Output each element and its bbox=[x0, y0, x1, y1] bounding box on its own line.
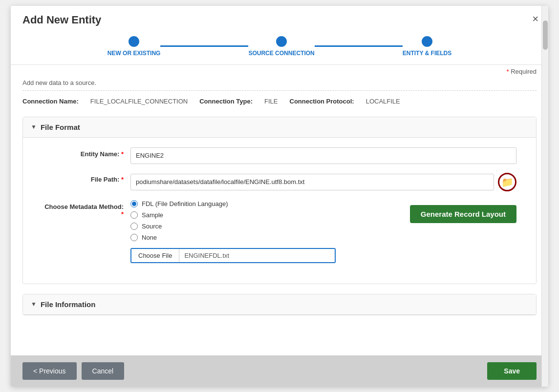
dialog-footer: < Previous Cancel Save bbox=[11, 355, 548, 387]
file-path-row: File Path: * 📁 bbox=[43, 173, 516, 191]
choose-file-button[interactable]: Choose File bbox=[131, 249, 179, 262]
conn-type-value: FILE bbox=[264, 98, 278, 105]
step-2-label: SOURCE CONNECTION bbox=[248, 50, 314, 57]
radio-source-label[interactable]: Source bbox=[142, 223, 162, 230]
conn-name-label: Connection Name: bbox=[22, 98, 79, 105]
file-path-input-row: 📁 bbox=[130, 173, 516, 191]
file-information-header[interactable]: ▼ File Information bbox=[23, 294, 536, 315]
step-1-circle bbox=[129, 36, 139, 47]
radio-none-label[interactable]: None bbox=[142, 234, 157, 241]
metadata-radio-area: FDL (File Definition Language) Sample So… bbox=[130, 200, 516, 263]
scrollbar[interactable] bbox=[541, 6, 548, 387]
dialog-header: Add New Entity × NEW OR EXISTING SOURCE … bbox=[11, 6, 548, 65]
stepper-line-1 bbox=[160, 45, 248, 47]
required-star: * bbox=[507, 68, 509, 75]
choose-file-text: ENGINEFDL.txt bbox=[179, 249, 335, 262]
radio-fdl-label[interactable]: FDL (File Definition Language) bbox=[142, 200, 228, 207]
stepper: NEW OR EXISTING SOURCE CONNECTION ENTITY… bbox=[22, 32, 537, 64]
generate-record-layout-button[interactable]: Generate Record Layout bbox=[410, 205, 516, 223]
folder-browse-button[interactable]: 📁 bbox=[498, 173, 516, 191]
entity-name-input[interactable] bbox=[130, 147, 516, 164]
metadata-label: Choose Metadata Method: * bbox=[43, 200, 130, 218]
radio-source-input[interactable] bbox=[130, 223, 138, 230]
radio-sample-input[interactable] bbox=[130, 211, 138, 219]
step-3-circle bbox=[422, 36, 432, 47]
radio-source: Source bbox=[130, 223, 371, 230]
conn-protocol-label: Connection Protocol: bbox=[290, 98, 354, 105]
add-entity-dialog: Add New Entity × NEW OR EXISTING SOURCE … bbox=[11, 6, 548, 387]
save-button[interactable]: Save bbox=[487, 362, 537, 380]
required-note: * Required bbox=[11, 65, 548, 75]
conn-name-value: FILE_LOCALFILE_CONNECTION bbox=[90, 98, 188, 105]
radio-sample-label[interactable]: Sample bbox=[142, 211, 163, 219]
stepper-line-2 bbox=[315, 45, 403, 47]
conn-type-label: Connection Type: bbox=[199, 98, 253, 105]
collapse-arrow: ▼ bbox=[31, 124, 37, 130]
conn-protocol-value: LOCALFILE bbox=[366, 98, 400, 105]
file-format-header[interactable]: ▼ File Format bbox=[23, 117, 536, 138]
choose-file-row: Choose File ENGINEFDL.txt bbox=[130, 248, 336, 263]
subtitle: Add new data to a source. bbox=[11, 75, 548, 90]
entity-name-label: Entity Name: * bbox=[43, 147, 130, 158]
file-format-title: File Format bbox=[41, 123, 80, 131]
step-2-group: SOURCE CONNECTION bbox=[248, 36, 314, 57]
radio-sample: Sample bbox=[130, 211, 371, 219]
file-format-body: Entity Name: * File Path: * 📁 bbox=[23, 138, 536, 284]
step-3-group: ENTITY & FIELDS bbox=[403, 36, 452, 57]
file-information-title: File Information bbox=[41, 300, 96, 309]
step-1-label: NEW OR EXISTING bbox=[108, 50, 161, 57]
previous-button[interactable]: < Previous bbox=[22, 362, 77, 380]
file-path-label: File Path: * bbox=[43, 173, 130, 183]
folder-icon: 📁 bbox=[501, 176, 514, 188]
file-information-section: ▼ File Information bbox=[22, 294, 537, 315]
metadata-method-row: Choose Metadata Method: * FDL (File Defi… bbox=[43, 200, 516, 263]
step-1-group: NEW OR EXISTING bbox=[108, 36, 161, 57]
radio-fdl-input[interactable] bbox=[130, 200, 138, 207]
file-format-section: ▼ File Format Entity Name: * File Path: … bbox=[22, 117, 537, 284]
step-2-circle bbox=[276, 36, 287, 47]
close-button[interactable]: × bbox=[532, 13, 538, 25]
step-3-label: ENTITY & FIELDS bbox=[403, 50, 452, 57]
scrollbar-thumb bbox=[543, 21, 548, 50]
connection-info: Connection Name: FILE_LOCALFILE_CONNECTI… bbox=[11, 91, 548, 112]
file-path-input[interactable] bbox=[130, 174, 494, 190]
file-info-arrow: ▼ bbox=[31, 301, 37, 308]
radio-none-input[interactable] bbox=[130, 234, 138, 241]
entity-name-row: Entity Name: * bbox=[43, 147, 516, 164]
dialog-title: Add New Entity bbox=[22, 14, 537, 26]
radio-none: None bbox=[130, 234, 371, 241]
footer-left: < Previous Cancel bbox=[22, 362, 124, 380]
radio-group: FDL (File Definition Language) Sample So… bbox=[130, 200, 371, 263]
cancel-button[interactable]: Cancel bbox=[82, 362, 125, 380]
radio-fdl: FDL (File Definition Language) bbox=[130, 200, 371, 207]
